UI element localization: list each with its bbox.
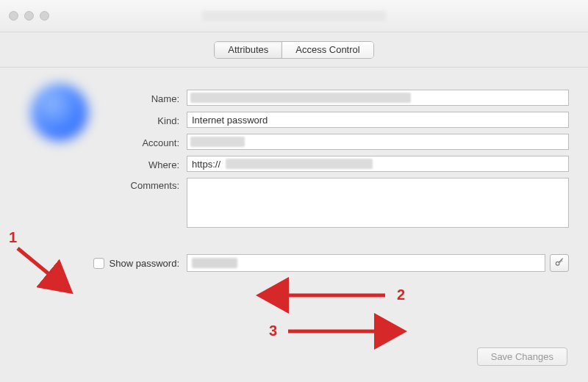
annotation-number-2: 2	[397, 286, 405, 303]
window-controls	[9, 11, 49, 21]
tab-access-control[interactable]: Access Control	[282, 42, 373, 58]
account-field[interactable]	[187, 134, 569, 150]
where-label: Where:	[18, 157, 187, 170]
row-name: Name:	[18, 90, 570, 106]
row-account: Account:	[18, 134, 570, 150]
annotation-number-3: 3	[269, 322, 277, 339]
account-label: Account:	[18, 135, 187, 148]
minimize-window-button[interactable]	[24, 11, 34, 21]
window-title	[202, 11, 386, 21]
save-changes-button[interactable]: Save Changes	[477, 347, 567, 366]
keychain-item-icon	[31, 84, 88, 141]
show-password-checkbox[interactable]	[93, 258, 104, 269]
row-kind: Kind:	[18, 112, 570, 128]
annotation-number-1: 1	[9, 229, 17, 245]
tab-bar: Attributes Access Control	[0, 32, 588, 68]
row-comments: Comments:	[18, 178, 570, 228]
comments-field[interactable]	[187, 178, 569, 228]
close-window-button[interactable]	[9, 11, 18, 21]
segmented-control: Attributes Access Control	[214, 41, 373, 59]
password-key-button[interactable]	[550, 254, 569, 272]
name-field[interactable]	[187, 90, 569, 106]
tab-attributes[interactable]: Attributes	[215, 42, 282, 58]
attributes-pane: Name: Kind: Account: Where:	[0, 68, 588, 382]
zoom-window-button[interactable]	[40, 11, 49, 21]
window-titlebar	[0, 0, 588, 32]
where-field[interactable]: https://	[187, 156, 569, 172]
attributes-form: Name: Kind: Account: Where:	[18, 88, 570, 272]
row-where: Where: https://	[18, 156, 570, 172]
show-password-label: Show password:	[110, 258, 179, 269]
key-icon	[554, 257, 564, 270]
row-show-password: Show password:	[18, 254, 570, 272]
password-field[interactable]	[187, 254, 545, 272]
where-value-prefix: https://	[192, 159, 220, 170]
kind-field[interactable]	[187, 112, 569, 128]
comments-label: Comments:	[18, 178, 187, 191]
